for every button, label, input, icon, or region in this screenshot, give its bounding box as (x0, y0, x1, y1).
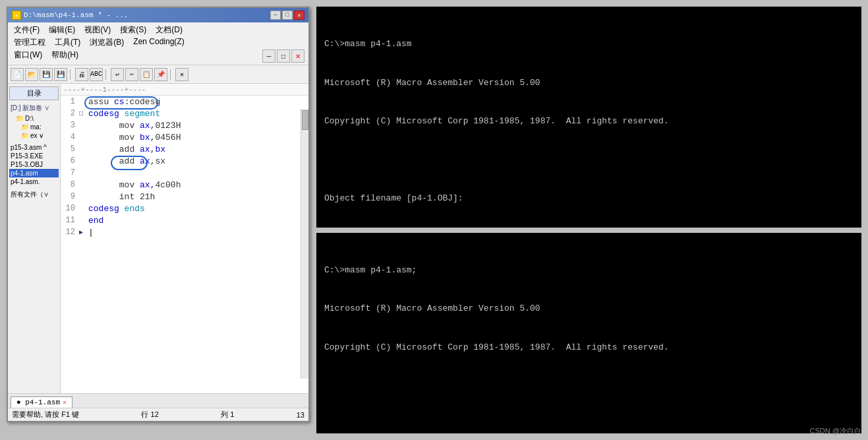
tb-new[interactable]: 📄 (11, 68, 24, 81)
line-content-12: | (87, 228, 308, 237)
tree-item-d[interactable]: 📁 D:\ (11, 114, 57, 123)
close-button[interactable]: ✕ (294, 11, 304, 20)
title-bar: ✦ D:\masm\p4-1.asm * - ... ─ □ ✕ (8, 8, 308, 22)
file-p4-1-asm[interactable]: p4-1.asm (9, 169, 59, 177)
folder-icon-ex: 📁 (21, 132, 29, 139)
term1-line-4 (324, 154, 854, 167)
win-min-btn[interactable]: ─ (262, 49, 275, 63)
menu-help[interactable]: 帮助(H) (49, 49, 80, 63)
code-line-4: 4 mov bx,0456H (61, 131, 308, 143)
sidebar-section[interactable]: [D:] 新加卷 ∨ (9, 103, 59, 113)
tree-item-ma[interactable]: 📁 ma: (11, 123, 57, 131)
term1-line-3: Copyright (C) Microsoft Corp 1981-1985, … (324, 115, 854, 128)
line-content-7 (87, 168, 308, 178)
tab-label: ● p4-1.asm (16, 398, 60, 406)
vertical-scrollbar[interactable] (301, 109, 308, 379)
win-close-btn[interactable]: ✕ (291, 49, 304, 63)
line-content-1: assu cs:codesg (87, 97, 308, 107)
menu-manage[interactable]: 管理工程 (12, 37, 47, 48)
tab-bar: ● p4-1.asm ✕ (8, 393, 308, 408)
code-line-5: 5 add ax,bx (61, 143, 308, 155)
all-files-section[interactable]: 所有文件（∨ (9, 189, 59, 201)
tb-copy[interactable]: 📋 (140, 68, 153, 81)
attribution: CSDN @冷白白 (810, 426, 861, 436)
file-p15-3-obj[interactable]: P15-3.OBJ (9, 160, 59, 169)
code-area[interactable]: 1 assu cs:codesg 2 □ codesg segment 3 mo… (61, 96, 308, 393)
terminal-window-2: C:\>masm p4-1.asm; Microsoft (R) Macro A… (316, 233, 861, 433)
tree-item-ex[interactable]: 📁 ex ∨ (11, 131, 57, 140)
menu-row-3: 窗口(W) 帮助(H) ─ □ ✕ (11, 49, 306, 63)
line-num-8: 8 (61, 180, 79, 189)
term1-line-1: C:\>masm p4-1.asm (324, 38, 854, 51)
line-num-9: 9 (61, 192, 79, 201)
line-num-6: 6 (61, 156, 79, 166)
editor-body: 目录 [D:] 新加卷 ∨ 📁 D:\ 📁 ma: 📁 ex ∨ p15-3.a… (8, 84, 308, 393)
line-arrow-12: ▶ (79, 228, 87, 236)
code-line-6: 6 add ax,sx (61, 155, 308, 167)
line-num-5: 5 (61, 144, 79, 154)
menu-view[interactable]: 视图(V) (82, 24, 113, 36)
line-content-11: end (87, 216, 308, 226)
tb-save[interactable]: 💾 (40, 68, 53, 81)
menu-browser[interactable]: 浏览器(B) (88, 37, 126, 48)
code-line-10: 10 codesg ends (61, 203, 308, 214)
line-content-4: mov bx,0456H (87, 133, 308, 142)
line-num-7: 7 (61, 168, 79, 177)
file-p15-3-asm[interactable]: p15-3.asm ^ (9, 143, 59, 152)
menu-search[interactable]: 搜索(S) (118, 24, 148, 36)
line-content-9: int 21h (87, 192, 308, 202)
line-arrow-2: □ (79, 110, 87, 117)
code-line-2: 2 □ codesg segment (61, 108, 308, 119)
folder-icon: 📁 (16, 115, 24, 122)
win-max-btn[interactable]: □ (277, 49, 290, 63)
term2-line-5 (324, 418, 854, 431)
scrollbar-thumb[interactable] (302, 110, 308, 130)
code-ruler: ----+----1----+---- (61, 84, 308, 96)
code-line-9: 9 int 21h (61, 191, 308, 203)
line-num-3: 3 (61, 121, 79, 130)
code-panel: ----+----1----+---- 1 assu cs:codesg 2 □… (61, 84, 308, 393)
tb-paste[interactable]: 📌 (154, 68, 167, 81)
menu-doc[interactable]: 文档(D) (154, 24, 185, 36)
menu-row-1: 文件(F) 编辑(E) 视图(V) 搜索(S) 文档(D) (11, 24, 306, 36)
toolbar: 📄 📂 💾 💾 🖨 ABC ↩ ✂ 📋 📌 ✕ (8, 65, 308, 84)
app-icon: ✦ (12, 11, 21, 20)
tab-close-btn[interactable]: ✕ (63, 398, 67, 406)
line-content-8: mov ax,4c00h (87, 180, 308, 190)
sidebar-tree: 📁 D:\ 📁 ma: 📁 ex ∨ (9, 113, 59, 141)
tb-print[interactable]: 🖨 (75, 68, 88, 81)
file-p4-1-asm2[interactable]: p4-1.asm. (9, 177, 59, 186)
menu-file[interactable]: 文件(F) (12, 24, 42, 36)
minimize-button[interactable]: ─ (270, 11, 281, 20)
code-line-7: 7 (61, 167, 308, 179)
line-num-2: 2 (61, 109, 79, 118)
tree-label-d: D:\ (25, 115, 34, 122)
tb-x[interactable]: ✕ (175, 68, 188, 81)
status-help: 需要帮助, 请按 F1 键 (12, 410, 79, 420)
window-title: D:\masm\p4-1.asm * - ... (24, 11, 128, 19)
menu-zen[interactable]: Zen Coding(Z) (131, 37, 186, 48)
term1-line-2: Microsoft (R) Macro Assembler Version 5.… (324, 77, 854, 90)
tab-p4-1-asm[interactable]: ● p4-1.asm ✕ (11, 396, 72, 408)
tree-label-ex: ex ∨ (30, 132, 43, 139)
menu-edit[interactable]: 编辑(E) (47, 24, 77, 36)
menu-tools[interactable]: 工具(T) (53, 37, 82, 48)
tb-undo[interactable]: ↩ (111, 68, 124, 81)
tb-sep2 (105, 69, 108, 80)
tb-spell[interactable]: ABC (90, 68, 103, 81)
term2-line-1: C:\>masm p4-1.asm; (324, 264, 854, 277)
term2-line-3: Copyright (C) Microsoft Corp 1981-1985, … (324, 341, 854, 354)
menu-bar: 文件(F) 编辑(E) 视图(V) 搜索(S) 文档(D) 管理工程 工具(T)… (8, 22, 308, 65)
maximize-button[interactable]: □ (282, 11, 293, 20)
tb-cut[interactable]: ✂ (125, 68, 138, 81)
editor-window: ✦ D:\masm\p4-1.asm * - ... ─ □ ✕ 文件(F) 编… (7, 7, 310, 422)
term1-line-5: Object filename [p4-1.OBJ]: (324, 192, 854, 205)
tb-open[interactable]: 📂 (25, 68, 38, 81)
term2-line-2: Microsoft (R) Macro Assembler Version 5.… (324, 302, 854, 315)
status-col: 列 1 (221, 410, 234, 420)
tb-save2[interactable]: 💾 (54, 68, 67, 81)
file-p15-3-exe[interactable]: P15-3.EXE (9, 152, 59, 160)
menu-window[interactable]: 窗口(W) (12, 49, 44, 63)
title-controls: ─ □ ✕ (270, 11, 304, 20)
status-bar: 需要帮助, 请按 F1 键 行 12 列 1 13 (8, 408, 308, 421)
